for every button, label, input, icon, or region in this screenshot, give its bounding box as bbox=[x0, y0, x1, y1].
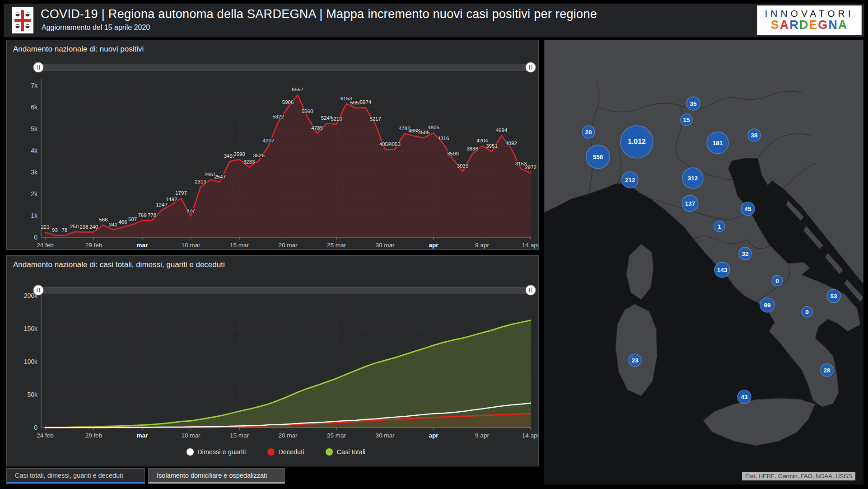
svg-text:2k: 2k bbox=[31, 190, 38, 197]
region-marker[interactable]: 32 bbox=[739, 247, 751, 260]
svg-text:4585: 4585 bbox=[418, 130, 430, 135]
svg-text:10 mar: 10 mar bbox=[181, 242, 201, 249]
chart-casi-totali[interactable]: 050k100k150k200k24 feb29 febmar10 mar15 … bbox=[7, 256, 538, 446]
region-marker[interactable]: 28 bbox=[821, 364, 833, 376]
region-marker[interactable]: 43 bbox=[737, 390, 751, 404]
region-marker[interactable]: 137 bbox=[682, 195, 698, 212]
svg-text:143: 143 bbox=[717, 267, 728, 273]
region-marker[interactable]: 45 bbox=[741, 202, 755, 216]
svg-text:1247: 1247 bbox=[156, 202, 168, 207]
legend-item-deceduti[interactable]: Deceduti bbox=[267, 448, 304, 456]
svg-text:45: 45 bbox=[744, 206, 751, 212]
svg-text:1492: 1492 bbox=[166, 197, 177, 202]
svg-text:25 mar: 25 mar bbox=[327, 242, 346, 249]
svg-text:3k: 3k bbox=[31, 169, 38, 176]
svg-text:20 mar: 20 mar bbox=[278, 432, 298, 439]
italy-map[interactable]: 35 15 20 1.012 556 181 38 212 312 137 45 bbox=[544, 40, 863, 484]
sicily bbox=[703, 398, 815, 446]
region-marker[interactable]: 0 bbox=[772, 275, 783, 286]
region-marker[interactable]: 212 bbox=[622, 172, 638, 188]
region-marker[interactable]: 1 bbox=[714, 221, 725, 232]
svg-text:556: 556 bbox=[593, 154, 603, 160]
region-marker[interactable]: 23 bbox=[629, 354, 641, 367]
region-marker[interactable]: 38 bbox=[748, 129, 761, 141]
svg-text:99: 99 bbox=[764, 302, 770, 309]
svg-text:977: 977 bbox=[187, 208, 195, 213]
legend-dot-green bbox=[326, 448, 333, 456]
svg-text:20: 20 bbox=[585, 129, 592, 136]
svg-text:24 feb: 24 feb bbox=[37, 432, 54, 439]
svg-text:137: 137 bbox=[685, 200, 695, 207]
svg-text:32: 32 bbox=[742, 250, 748, 257]
region-marker[interactable]: 0 bbox=[802, 306, 812, 317]
svg-text:30 mar: 30 mar bbox=[375, 242, 395, 249]
svg-text:4207: 4207 bbox=[263, 138, 275, 143]
region-marker[interactable]: 53 bbox=[827, 289, 840, 303]
tab-casi-totali[interactable]: Casi totali, dimessi, guariti e deceduti bbox=[6, 468, 145, 484]
svg-text:2547: 2547 bbox=[214, 174, 226, 179]
svg-text:250: 250 bbox=[70, 224, 79, 229]
legend-dot-red bbox=[267, 448, 275, 456]
region-marker[interactable]: 35 bbox=[686, 97, 700, 110]
chart2-title: Andamento nazionale di: casi totali, dim… bbox=[13, 260, 225, 269]
svg-text:mar: mar bbox=[137, 242, 149, 249]
region-marker[interactable]: 20 bbox=[582, 126, 595, 138]
svg-text:25 mar: 25 mar bbox=[327, 432, 346, 439]
legend-item-casi-totali[interactable]: Casi totali bbox=[326, 448, 365, 456]
svg-text:778: 778 bbox=[148, 212, 156, 218]
svg-text:30 mar: 30 mar bbox=[375, 432, 395, 439]
chart-nuovi-positivi[interactable]: 01k2k3k4k5k6k7k24 feb29 febmar10 mar15 m… bbox=[7, 40, 538, 249]
svg-text:15: 15 bbox=[683, 117, 690, 123]
svg-text:4k: 4k bbox=[31, 147, 38, 154]
map-attribution: Esri, HERE, Garmin, FAO, NOAA, USGS bbox=[742, 472, 855, 480]
svg-text:4789: 4789 bbox=[311, 125, 323, 131]
svg-text:10 mar: 10 mar bbox=[181, 432, 201, 439]
region-marker[interactable]: 556 bbox=[586, 145, 610, 169]
italy-map-panel[interactable]: 35 15 20 1.012 556 181 38 212 312 137 45 bbox=[544, 40, 863, 484]
legend-item-dimessi[interactable]: Dimessi e guariti bbox=[187, 448, 246, 456]
svg-text:1k: 1k bbox=[31, 212, 38, 219]
svg-text:apr: apr bbox=[429, 242, 439, 249]
region-marker[interactable]: 15 bbox=[681, 114, 692, 126]
region-marker[interactable]: 99 bbox=[760, 298, 775, 312]
page-subtitle: Aggiornamento del 15 aprile 2020 bbox=[42, 24, 150, 32]
svg-text:6557: 6557 bbox=[292, 87, 303, 92]
svg-text:566: 566 bbox=[99, 217, 107, 222]
tab-isolamento[interactable]: Isolamento domiciliare e ospedalizzati bbox=[148, 468, 285, 484]
svg-text:0: 0 bbox=[775, 277, 779, 284]
svg-text:6k: 6k bbox=[31, 103, 38, 111]
svg-text:5217: 5217 bbox=[369, 116, 381, 122]
svg-text:4204: 4204 bbox=[476, 138, 488, 143]
region-marker[interactable]: 143 bbox=[714, 262, 730, 277]
brand-bottom-text: SARDEGNA bbox=[757, 19, 861, 31]
svg-text:3590: 3590 bbox=[233, 151, 245, 157]
svg-text:1: 1 bbox=[718, 223, 721, 230]
svg-text:28: 28 bbox=[823, 367, 831, 374]
svg-text:29 feb: 29 feb bbox=[85, 432, 103, 439]
svg-text:312: 312 bbox=[688, 175, 698, 182]
svg-text:5k: 5k bbox=[31, 125, 38, 132]
svg-text:5322: 5322 bbox=[272, 114, 284, 119]
region-marker[interactable]: 181 bbox=[707, 132, 728, 154]
mainland bbox=[544, 40, 863, 407]
svg-text:15 mar: 15 mar bbox=[230, 432, 249, 439]
chart2-legend: Dimessi e guariti Deceduti Casi totali bbox=[187, 448, 365, 456]
svg-text:4053: 4053 bbox=[389, 141, 401, 147]
region-marker[interactable]: 1.012 bbox=[621, 126, 653, 158]
legend-label-dimessi: Dimessi e guariti bbox=[197, 448, 246, 456]
svg-text:apr: apr bbox=[429, 432, 439, 439]
svg-text:2972: 2972 bbox=[525, 165, 537, 170]
svg-text:7k: 7k bbox=[31, 82, 38, 89]
svg-text:9 apr: 9 apr bbox=[475, 432, 489, 439]
svg-text:221: 221 bbox=[41, 224, 49, 230]
svg-text:50k: 50k bbox=[27, 391, 38, 398]
legend-label-casi-totali: Casi totali bbox=[336, 448, 365, 456]
svg-text:53: 53 bbox=[830, 293, 837, 300]
svg-text:342: 342 bbox=[109, 222, 117, 227]
legend-label-deceduti: Deceduti bbox=[278, 448, 304, 456]
svg-text:3526: 3526 bbox=[253, 153, 265, 158]
svg-text:0: 0 bbox=[34, 424, 37, 431]
region-marker[interactable]: 312 bbox=[682, 168, 703, 188]
header-bar: COVID-19 | Regiona autonoma della SARDEG… bbox=[4, 4, 864, 37]
svg-text:4694: 4694 bbox=[496, 127, 508, 133]
